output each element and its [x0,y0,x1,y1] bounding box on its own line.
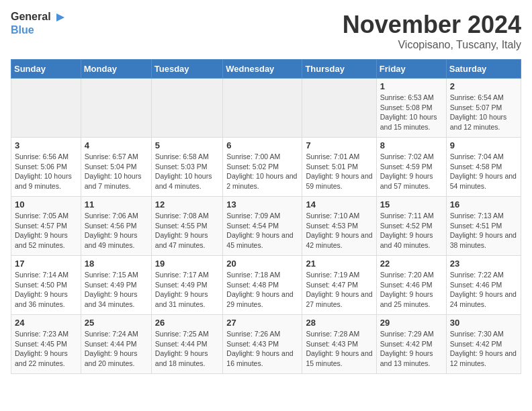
day-info: Sunrise: 7:05 AMSunset: 4:57 PMDaylight:… [15,211,77,250]
day-info: Sunrise: 6:58 AMSunset: 5:03 PMDaylight:… [155,152,220,191]
day-info: Sunrise: 7:00 AMSunset: 5:02 PMDaylight:… [226,152,298,191]
calendar-cell: 22Sunrise: 7:20 AMSunset: 4:46 PMDayligh… [376,256,446,315]
calendar-cell: 1Sunrise: 6:53 AMSunset: 5:08 PMDaylight… [376,79,446,138]
calendar-cell: 19Sunrise: 7:17 AMSunset: 4:49 PMDayligh… [151,256,223,315]
day-info: Sunrise: 6:53 AMSunset: 5:08 PMDaylight:… [380,93,443,132]
location: Vicopisano, Tuscany, Italy [343,39,521,51]
day-number: 14 [306,199,372,210]
day-info: Sunrise: 6:56 AMSunset: 5:06 PMDaylight:… [15,152,77,191]
day-number: 13 [226,199,298,210]
logo: General Blue [11,11,67,36]
day-number: 3 [15,140,77,150]
header: General Blue November 2024 Vicopisano, T… [11,11,521,51]
day-info: Sunrise: 7:14 AMSunset: 4:50 PMDaylight:… [15,270,77,310]
weekday-header-saturday: Saturday [446,60,521,79]
calendar-cell [11,79,81,138]
day-info: Sunrise: 7:22 AMSunset: 4:46 PMDaylight:… [450,270,517,310]
calendar-cell: 27Sunrise: 7:26 AMSunset: 4:43 PMDayligh… [223,315,302,374]
calendar-cell [81,79,151,138]
day-info: Sunrise: 6:57 AMSunset: 5:04 PMDaylight:… [85,152,148,191]
day-info: Sunrise: 7:20 AMSunset: 4:46 PMDaylight:… [380,270,443,310]
weekday-header-wednesday: Wednesday [223,60,302,79]
calendar-cell: 11Sunrise: 7:06 AMSunset: 4:56 PMDayligh… [81,197,151,256]
calendar-cell: 5Sunrise: 6:58 AMSunset: 5:03 PMDaylight… [151,138,223,197]
day-number: 25 [85,318,148,328]
day-info: Sunrise: 7:26 AMSunset: 4:43 PMDaylight:… [226,329,298,369]
calendar-week-row: 3Sunrise: 6:56 AMSunset: 5:06 PMDaylight… [11,138,521,197]
day-number: 28 [306,318,372,328]
calendar-cell [223,79,302,138]
calendar-cell: 14Sunrise: 7:10 AMSunset: 4:53 PMDayligh… [302,197,376,256]
day-number: 12 [155,199,220,210]
day-info: Sunrise: 7:09 AMSunset: 4:54 PMDaylight:… [226,211,298,250]
calendar-cell: 29Sunrise: 7:29 AMSunset: 4:42 PMDayligh… [376,315,446,374]
calendar-cell: 7Sunrise: 7:01 AMSunset: 5:01 PMDaylight… [302,138,376,197]
calendar-cell: 26Sunrise: 7:25 AMSunset: 4:44 PMDayligh… [151,315,223,374]
day-number: 29 [380,318,443,328]
calendar-cell: 17Sunrise: 7:14 AMSunset: 4:50 PMDayligh… [11,256,81,315]
day-info: Sunrise: 7:06 AMSunset: 4:56 PMDaylight:… [85,211,148,250]
title-area: November 2024 Vicopisano, Tuscany, Italy [343,11,521,51]
day-info: Sunrise: 7:15 AMSunset: 4:49 PMDaylight:… [85,270,148,310]
day-number: 20 [226,259,298,269]
calendar-cell: 16Sunrise: 7:13 AMSunset: 4:51 PMDayligh… [446,197,521,256]
weekday-header-tuesday: Tuesday [151,60,223,79]
calendar-week-row: 1Sunrise: 6:53 AMSunset: 5:08 PMDaylight… [11,79,521,138]
calendar-week-row: 24Sunrise: 7:23 AMSunset: 4:45 PMDayligh… [11,315,521,374]
calendar-cell: 8Sunrise: 7:02 AMSunset: 4:59 PMDaylight… [376,138,446,197]
calendar-cell: 30Sunrise: 7:30 AMSunset: 4:42 PMDayligh… [446,315,521,374]
calendar-cell: 6Sunrise: 7:00 AMSunset: 5:02 PMDaylight… [223,138,302,197]
calendar-cell: 10Sunrise: 7:05 AMSunset: 4:57 PMDayligh… [11,197,81,256]
month-title: November 2024 [343,11,521,39]
calendar-cell [302,79,376,138]
calendar-cell: 24Sunrise: 7:23 AMSunset: 4:45 PMDayligh… [11,315,81,374]
day-info: Sunrise: 7:02 AMSunset: 4:59 PMDaylight:… [380,152,443,191]
day-number: 4 [85,140,148,150]
day-info: Sunrise: 7:11 AMSunset: 4:52 PMDaylight:… [380,211,443,250]
day-info: Sunrise: 7:17 AMSunset: 4:49 PMDaylight:… [155,270,220,310]
calendar-cell [151,79,223,138]
weekday-header-monday: Monday [81,60,151,79]
day-info: Sunrise: 7:08 AMSunset: 4:55 PMDaylight:… [155,211,220,250]
weekday-header-sunday: Sunday [11,60,81,79]
calendar-table: SundayMondayTuesdayWednesdayThursdayFrid… [11,59,521,374]
day-number: 11 [85,199,148,210]
weekday-header-thursday: Thursday [302,60,376,79]
calendar-cell: 18Sunrise: 7:15 AMSunset: 4:49 PMDayligh… [81,256,151,315]
day-number: 15 [380,199,443,210]
calendar-week-row: 17Sunrise: 7:14 AMSunset: 4:50 PMDayligh… [11,256,521,315]
day-number: 18 [85,259,148,269]
day-info: Sunrise: 7:01 AMSunset: 5:01 PMDaylight:… [306,152,372,191]
calendar-cell: 9Sunrise: 7:04 AMSunset: 4:58 PMDaylight… [446,138,521,197]
day-number: 17 [15,259,77,269]
day-info: Sunrise: 7:25 AMSunset: 4:44 PMDaylight:… [155,329,220,369]
calendar-cell: 13Sunrise: 7:09 AMSunset: 4:54 PMDayligh… [223,197,302,256]
day-info: Sunrise: 7:04 AMSunset: 4:58 PMDaylight:… [450,152,517,191]
day-number: 9 [450,140,517,150]
day-info: Sunrise: 7:18 AMSunset: 4:48 PMDaylight:… [226,270,298,310]
calendar-week-row: 10Sunrise: 7:05 AMSunset: 4:57 PMDayligh… [11,197,521,256]
day-number: 2 [450,81,517,91]
day-number: 16 [450,199,517,210]
day-info: Sunrise: 7:24 AMSunset: 4:44 PMDaylight:… [85,329,148,369]
calendar-cell: 3Sunrise: 6:56 AMSunset: 5:06 PMDaylight… [11,138,81,197]
calendar-cell: 28Sunrise: 7:28 AMSunset: 4:43 PMDayligh… [302,315,376,374]
day-info: Sunrise: 7:10 AMSunset: 4:53 PMDaylight:… [306,211,372,250]
day-info: Sunrise: 7:30 AMSunset: 4:42 PMDaylight:… [450,329,517,369]
weekday-header-friday: Friday [376,60,446,79]
day-number: 7 [306,140,372,150]
day-info: Sunrise: 7:29 AMSunset: 4:42 PMDaylight:… [380,329,443,369]
calendar-cell: 15Sunrise: 7:11 AMSunset: 4:52 PMDayligh… [376,197,446,256]
svg-marker-0 [56,13,64,21]
day-number: 10 [15,199,77,210]
day-number: 19 [155,259,220,269]
day-number: 8 [380,140,443,150]
day-info: Sunrise: 7:23 AMSunset: 4:45 PMDaylight:… [15,329,77,369]
day-number: 27 [226,318,298,328]
day-number: 21 [306,259,372,269]
day-number: 22 [380,259,443,269]
calendar-cell: 4Sunrise: 6:57 AMSunset: 5:04 PMDaylight… [81,138,151,197]
calendar-cell: 23Sunrise: 7:22 AMSunset: 4:46 PMDayligh… [446,256,521,315]
day-info: Sunrise: 7:13 AMSunset: 4:51 PMDaylight:… [450,211,517,250]
day-info: Sunrise: 7:28 AMSunset: 4:43 PMDaylight:… [306,329,372,369]
